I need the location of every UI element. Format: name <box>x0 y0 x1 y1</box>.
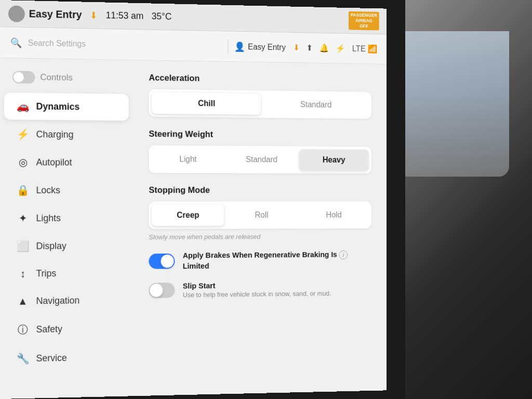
sidebar-item-dynamics-label: Dynamics <box>36 101 80 112</box>
stopping-hint: Slowly move when pedals are released <box>149 232 371 241</box>
apply-brakes-row: Apply Brakes When Regenerative Braking I… <box>149 250 371 272</box>
trips-icon: ↕ <box>17 268 29 280</box>
stopping-mode-title: Stopping Mode <box>149 185 371 195</box>
airbag-badge: PASSENGER AIRBAG OFF <box>349 11 379 30</box>
apply-brakes-label-limited: Limited <box>183 260 371 270</box>
steering-light-btn[interactable]: Light <box>152 149 224 170</box>
sidebar-item-locks-label: Locks <box>36 185 60 196</box>
apply-brakes-label: Apply Brakes When Regenerative Braking I… <box>183 250 371 261</box>
sidebar-item-locks[interactable]: 🔒 Locks <box>4 177 129 204</box>
lights-icon: ✦ <box>17 212 29 224</box>
apply-brakes-toggle-knob <box>161 255 174 268</box>
locks-icon: 🔒 <box>17 184 29 196</box>
acceleration-standard-btn[interactable]: Standard <box>262 94 368 116</box>
profile-icon: 👤 <box>234 41 245 52</box>
slip-start-row: Slip Start Use to help free vehicle stuc… <box>149 280 371 299</box>
stopping-hold-btn[interactable]: Hold <box>299 205 368 226</box>
acceleration-chill-btn[interactable]: Chill <box>152 92 260 115</box>
main-screen: Easy Entry ⬇ 11:53 am 35°C PASSENGER AIR… <box>0 0 387 399</box>
apply-brakes-label-block: Apply Brakes When Regenerative Braking I… <box>183 250 371 271</box>
main-panel: Acceleration Chill Standard Steering Wei… <box>133 60 387 396</box>
sidebar-item-charging-label: Charging <box>36 129 74 140</box>
slip-start-label: Slip Start <box>183 280 371 290</box>
avatar <box>8 5 25 22</box>
sidebar-item-navigation[interactable]: ▲ Navigation <box>4 287 129 315</box>
slip-start-label-block: Slip Start Use to help free vehicle stuc… <box>183 280 371 299</box>
profile-label: Easy Entry <box>248 42 286 52</box>
display-icon: ⬜ <box>17 240 29 252</box>
sidebar-item-display[interactable]: ⬜ Display <box>4 232 129 260</box>
search-right-section: 👤 Easy Entry ⬇ ⬆ 🔔 ⚡ LTE 📶 <box>234 41 377 55</box>
status-easy-entry-label: Easy Entry <box>29 8 82 21</box>
sidebar-item-service[interactable]: 🔧 Service <box>4 343 129 373</box>
sidebar-item-charging[interactable]: ⚡ Charging <box>4 121 129 148</box>
safety-icon: ⓘ <box>17 323 29 337</box>
status-time: 11:53 am <box>105 10 143 21</box>
steering-standard-btn[interactable]: Standard <box>226 149 297 170</box>
sidebar-item-lights-label: Lights <box>36 212 61 223</box>
header-bell-icon: 🔔 <box>320 43 329 53</box>
slip-start-toggle-knob <box>150 284 163 297</box>
sidebar-item-lights[interactable]: ✦ Lights <box>4 205 129 232</box>
header-bluetooth-icon: ⚡ <box>336 44 345 54</box>
search-placeholder[interactable]: Search Settings <box>28 38 222 50</box>
header-lock-icon: ⬆ <box>307 43 313 53</box>
stopping-mode-group: Creep Roll Hold <box>149 202 371 229</box>
steering-weight-title: Steering Weight <box>149 129 371 141</box>
sidebar-item-autopilot-label: Autopilot <box>36 157 72 168</box>
service-icon: 🔧 <box>17 352 29 365</box>
car-window <box>405 31 509 177</box>
content-area: Controls 🚗 Dynamics ⚡ Charging ◎ Autopil… <box>0 58 387 399</box>
controls-label: Controls <box>40 72 72 83</box>
steering-heavy-btn[interactable]: Heavy <box>299 149 368 170</box>
sidebar: Controls 🚗 Dynamics ⚡ Charging ◎ Autopil… <box>0 58 133 399</box>
status-right-icons: PASSENGER AIRBAG OFF <box>349 11 379 30</box>
apply-brakes-toggle[interactable] <box>149 254 175 269</box>
sidebar-item-display-label: Display <box>36 241 66 251</box>
stopping-creep-btn[interactable]: Creep <box>152 205 224 226</box>
sidebar-item-autopilot[interactable]: ◎ Autopilot <box>4 149 129 176</box>
header-download-icon: ⬇ <box>294 43 300 52</box>
search-divider <box>228 39 228 54</box>
slip-start-toggle[interactable] <box>149 283 175 298</box>
sidebar-item-service-label: Service <box>36 352 67 364</box>
acceleration-group: Chill Standard <box>149 89 371 119</box>
acceleration-title: Acceleration <box>149 73 371 86</box>
header-signal-icon: LTE 📶 <box>352 44 377 54</box>
profile-section[interactable]: 👤 Easy Entry <box>234 41 286 53</box>
navigation-icon: ▲ <box>17 295 29 307</box>
sidebar-item-trips[interactable]: ↕ Trips <box>4 260 129 287</box>
apply-brakes-info-icon[interactable]: i <box>339 250 348 259</box>
sidebar-item-trips-label: Trips <box>36 268 57 279</box>
controls-toggle-switch[interactable] <box>12 71 35 84</box>
sidebar-item-safety[interactable]: ⓘ Safety <box>4 314 129 344</box>
dynamics-icon: 🚗 <box>17 100 29 112</box>
slip-start-sublabel: Use to help free vehicle stuck in snow, … <box>183 289 371 299</box>
car-interior <box>405 0 532 399</box>
header-icons: ⬇ ⬆ 🔔 ⚡ LTE 📶 <box>294 43 377 54</box>
autopilot-icon: ◎ <box>17 156 29 168</box>
steering-weight-group: Light Standard Heavy <box>149 145 371 174</box>
sidebar-item-navigation-label: Navigation <box>36 295 80 307</box>
controls-toggle-knob <box>14 72 24 82</box>
sidebar-item-safety-label: Safety <box>36 324 62 335</box>
controls-toggle[interactable]: Controls <box>0 66 133 93</box>
screen-wrapper: Easy Entry ⬇ 11:53 am 35°C PASSENGER AIR… <box>0 0 387 399</box>
charging-icon: ⚡ <box>17 128 29 140</box>
status-temp: 35°C <box>152 11 349 25</box>
sidebar-item-dynamics[interactable]: 🚗 Dynamics <box>4 92 129 121</box>
search-icon: 🔍 <box>10 37 22 48</box>
stopping-roll-btn[interactable]: Roll <box>226 205 297 226</box>
download-icon: ⬇ <box>90 9 98 21</box>
